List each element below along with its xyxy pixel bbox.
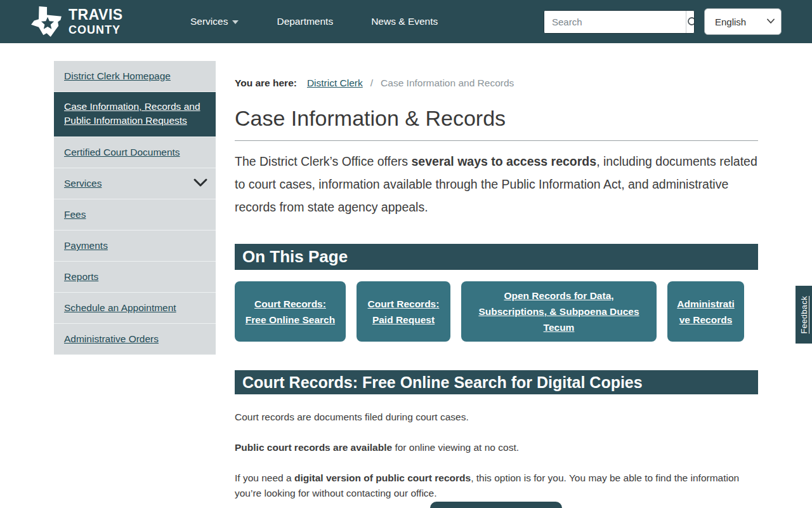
logo-text: TRAVIS COUNTY [69, 8, 123, 36]
sidebar-item-district-clerk-homepage[interactable]: District Clerk Homepage [54, 61, 216, 92]
texas-star-icon [29, 5, 63, 38]
on-this-page-buttons: Court Records: Free Online Search Court … [235, 281, 758, 342]
main-content: You are here: District Clerk / Case Info… [235, 71, 758, 508]
chevron-down-icon[interactable] [193, 177, 208, 189]
sidebar-item-services[interactable]: Services [54, 168, 216, 199]
sidebar-item-certified-court-documents[interactable]: Certified Court Documents [54, 137, 216, 168]
sidebar-nav: District Clerk Homepage Case Information… [54, 61, 216, 355]
page-title: Case Information & Records [235, 106, 758, 141]
sidebar-item-schedule-appointment[interactable]: Schedule an Appointment [54, 293, 216, 324]
main-nav: Services Departments News & Events [190, 0, 438, 43]
intro-paragraph: The District Clerk’s Office offers sever… [235, 150, 758, 218]
paragraph-3: If you need a digital version of public … [235, 471, 758, 501]
page: TRAVIS COUNTY Services Departments News … [0, 0, 812, 508]
nav-services[interactable]: Services [190, 16, 239, 27]
sidebar-item-reports[interactable]: Reports [54, 262, 216, 293]
button-open-records[interactable]: Open Records for Data, Subscriptions, & … [461, 281, 657, 342]
breadcrumb-current: Case Information and Records [381, 77, 514, 89]
on-this-page-heading: On This Page [235, 244, 758, 270]
portal-search-button-partial[interactable] [430, 502, 562, 508]
top-header: TRAVIS COUNTY Services Departments News … [0, 0, 812, 43]
breadcrumb-prefix: You are here: [235, 77, 297, 89]
sidebar-item-fees[interactable]: Fees [54, 199, 216, 231]
language-select[interactable]: English [704, 8, 782, 35]
sidebar-item-administrative-orders[interactable]: Administrative Orders [54, 324, 216, 355]
sidebar-item-payments[interactable]: Payments [54, 231, 216, 262]
nav-departments[interactable]: Departments [277, 16, 333, 27]
section-heading: Court Records: Free Online Search for Di… [235, 370, 758, 394]
travis-county-logo[interactable]: TRAVIS COUNTY [29, 5, 123, 38]
search-button[interactable] [686, 11, 695, 33]
search-icon [686, 16, 695, 29]
breadcrumb-link-district-clerk[interactable]: District Clerk [307, 77, 363, 89]
button-court-records-free-online-search[interactable]: Court Records: Free Online Search [235, 281, 346, 342]
button-administrative-records[interactable]: Administrative Records [667, 281, 744, 342]
nav-news-events[interactable]: News & Events [371, 16, 438, 27]
breadcrumb-separator: / [370, 77, 373, 89]
feedback-tab[interactable]: Feedback [796, 286, 812, 344]
paragraph-1: Court records are documents filed during… [235, 410, 758, 425]
search-input[interactable] [544, 11, 686, 33]
paragraph-2: Public court records are available for o… [235, 440, 758, 455]
breadcrumb: You are here: District Clerk / Case Info… [235, 77, 758, 89]
search-box [544, 10, 695, 34]
chevron-down-icon [232, 20, 239, 24]
language-select-wrap: English [704, 8, 782, 35]
button-court-records-paid-request[interactable]: Court Records: Paid Request [357, 281, 450, 342]
sidebar-item-case-information[interactable]: Case Information, Records and Public Inf… [54, 92, 216, 137]
